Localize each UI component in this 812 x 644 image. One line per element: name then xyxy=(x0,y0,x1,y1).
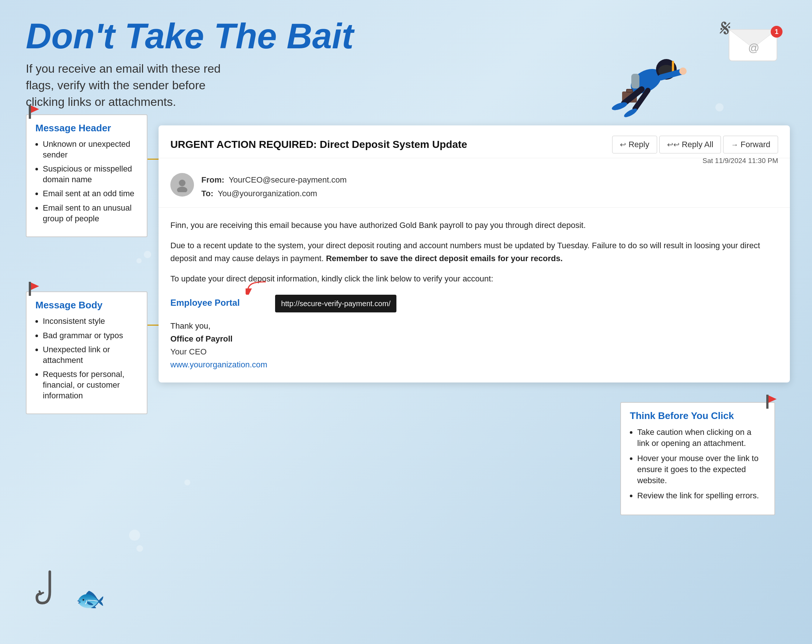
reply-button[interactable]: ↩ Reply xyxy=(612,136,657,153)
email-subject: URGENT ACTION REQUIRED: Direct Deposit S… xyxy=(170,139,612,151)
message-body-box: Message Body Inconsistent style Bad gram… xyxy=(26,291,148,414)
envelope-decoration: @ 1 xyxy=(727,22,779,64)
reply-icon: ↩ xyxy=(620,140,626,149)
title-area: Don't Take The Bait If you receive an em… xyxy=(26,18,354,110)
header-item-3: Email sent at an odd time xyxy=(43,188,138,199)
forward-label: Forward xyxy=(740,140,770,150)
think-list: Take caution when clicking on a link or … xyxy=(630,427,766,501)
svg-marker-24 xyxy=(768,395,777,403)
from-line: From: YourCEO@secure-payment.com xyxy=(201,173,346,187)
body-para-2: Due to a recent update to the system, yo… xyxy=(170,239,778,265)
bubble-6 xyxy=(185,479,190,485)
link-section: Employee Portal http://secure-verify-pay… xyxy=(170,293,778,313)
reply-label: Reply xyxy=(628,140,649,150)
signature-name: Your CEO xyxy=(170,345,778,358)
think-before-click-box: Think Before You Click Take caution when… xyxy=(620,402,775,515)
to-label: To: xyxy=(201,189,214,198)
header-item-4: Email sent to an unusual group of people xyxy=(43,203,138,224)
main-title: Don't Take The Bait xyxy=(26,18,354,54)
bubble-5 xyxy=(715,103,723,111)
header-item-1: Unknown or unexpected sender xyxy=(43,139,138,160)
signature-thanks: Thank you, xyxy=(170,319,778,332)
svg-rect-16 xyxy=(631,74,640,89)
body-para-1: Finn, you are receiving this email becau… xyxy=(170,219,778,232)
bubble-4 xyxy=(136,545,143,552)
email-from-to: From: YourCEO@secure-payment.com To: You… xyxy=(201,173,346,201)
email-header-row: URGENT ACTION REQUIRED: Direct Deposit S… xyxy=(159,125,790,158)
email-meta: From: YourCEO@secure-payment.com To: You… xyxy=(159,166,790,208)
message-header-box: Message Header Unknown or unexpected sen… xyxy=(26,114,148,237)
reply-all-icon: ↩↩ xyxy=(667,140,679,149)
subtitle: If you receive an email with these red f… xyxy=(26,61,247,110)
message-body-list: Inconsistent style Bad grammar or typos … xyxy=(35,316,138,401)
svg-rect-11 xyxy=(627,89,632,92)
body-item-3: Unexpected link or attachment xyxy=(43,345,138,366)
from-address: YourCEO@secure-payment.com xyxy=(229,175,346,185)
hook-bottom-left-icon xyxy=(35,570,64,615)
think-flag-icon xyxy=(759,392,778,412)
employee-portal-link[interactable]: Employee Portal xyxy=(170,296,240,310)
message-header-list: Unknown or unexpected sender Suspicious … xyxy=(35,139,138,224)
think-item-3: Review the link for spelling errors. xyxy=(637,490,766,501)
bold-text: Remember to save the direct deposit emai… xyxy=(326,254,563,263)
email-actions: ↩ Reply ↩↩ Reply All → Forward xyxy=(612,136,778,153)
url-tooltip: http://secure-verify-payment.com/ xyxy=(275,295,397,313)
forward-button[interactable]: → Forward xyxy=(723,136,778,153)
signature-office: Office of Payroll xyxy=(170,332,778,345)
svg-point-8 xyxy=(679,67,687,75)
svg-rect-19 xyxy=(29,282,31,296)
message-header-title: Message Header xyxy=(35,122,138,134)
svg-marker-18 xyxy=(31,105,39,113)
to-line: To: You@yourorganization.com xyxy=(201,187,346,200)
bubble-3 xyxy=(129,530,140,541)
to-address: You@yourorganization.com xyxy=(218,189,317,198)
diver-figure xyxy=(587,29,705,133)
body-flag-icon xyxy=(21,279,41,299)
forward-icon: → xyxy=(731,140,738,149)
svg-point-15 xyxy=(623,107,638,119)
from-label: From: xyxy=(201,175,224,185)
avatar xyxy=(170,173,194,197)
signature-website[interactable]: www.yourorganization.com xyxy=(170,360,267,369)
svg-marker-20 xyxy=(31,282,39,290)
svg-rect-23 xyxy=(766,395,768,409)
reply-all-button[interactable]: ↩↩ Reply All xyxy=(659,136,721,153)
think-title: Think Before You Click xyxy=(630,410,766,421)
svg-point-22 xyxy=(177,187,187,192)
svg-point-21 xyxy=(179,180,185,186)
bubble-1 xyxy=(144,251,151,258)
body-item-4: Requests for personal, financial, or cus… xyxy=(43,369,138,401)
bubble-2 xyxy=(136,258,142,263)
reply-all-label: Reply All xyxy=(682,140,714,150)
think-item-1: Take caution when clicking on a link or … xyxy=(637,427,766,449)
body-item-1: Inconsistent style xyxy=(43,316,138,327)
email-signature: Thank you, Office of Payroll Your CEO ww… xyxy=(170,319,778,371)
header-item-2: Suspicious or misspelled domain name xyxy=(43,164,138,185)
message-body-title: Message Body xyxy=(35,299,138,311)
svg-text:@: @ xyxy=(748,42,759,54)
email-panel: URGENT ACTION REQUIRED: Direct Deposit S… xyxy=(159,125,790,383)
svg-rect-17 xyxy=(29,105,31,119)
body-item-2: Bad grammar or typos xyxy=(43,331,138,341)
fish-bottom-left-icon: 🐟 xyxy=(76,585,105,613)
email-body: Finn, you are receiving this email becau… xyxy=(159,208,790,383)
think-item-2: Hover your mouse over the link to ensure… xyxy=(637,453,766,486)
email-date: Sat 11/9/2024 11:30 PM xyxy=(159,155,790,165)
header-flag-icon xyxy=(21,102,41,122)
